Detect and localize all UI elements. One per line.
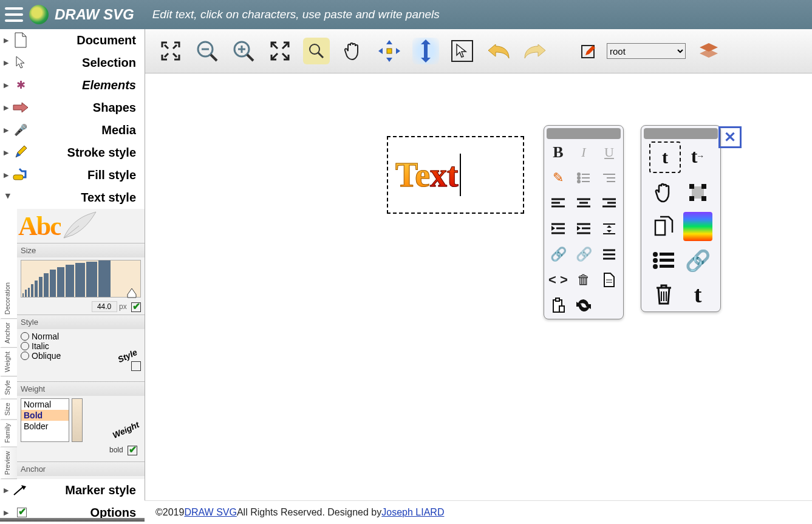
style-italic[interactable]: Italic (21, 341, 141, 351)
zoom-window-button[interactable] (303, 38, 330, 64)
undo-button[interactable] (485, 38, 512, 64)
sidebar: ▶Document ▶Selection ▶✱Elements ▶Shapes … (0, 29, 145, 524)
weight-list[interactable]: Normal Bold Bolder (21, 398, 69, 442)
list-button[interactable] (649, 246, 678, 275)
root-select[interactable]: root (607, 43, 686, 59)
list-bullets-button[interactable] (573, 167, 595, 189)
text-cursor (460, 154, 461, 196)
zoom-in-button[interactable] (230, 38, 257, 64)
tumblr-button[interactable]: t (683, 280, 712, 309)
svg-line-9 (318, 53, 323, 58)
document-icon (12, 32, 29, 49)
weight-scrollbar[interactable] (72, 398, 83, 442)
edit-pencil-button[interactable]: ✎ (547, 167, 569, 189)
svg-point-17 (578, 180, 580, 183)
panel-drag-handle[interactable] (547, 128, 621, 139)
svg-rect-45 (556, 298, 559, 301)
menu-stroke-style[interactable]: ▶Stroke style (0, 141, 145, 164)
footer-brand-link[interactable]: DRAW SVG (184, 507, 237, 518)
italic-button[interactable]: I (573, 141, 595, 163)
list-indent-button[interactable] (598, 167, 620, 189)
menu-shapes[interactable]: ▶Shapes (0, 97, 145, 119)
copy-button[interactable] (649, 212, 678, 241)
align-left-button[interactable] (547, 192, 569, 214)
sidebar-resize-handle[interactable] (0, 518, 145, 522)
menu-fill-style[interactable]: ▶Fill style (0, 164, 145, 186)
document-button[interactable] (598, 269, 620, 291)
redo-button[interactable] (522, 38, 548, 64)
style-section: Style Normal Italic Oblique Style (17, 315, 145, 381)
line-spacing2-button[interactable] (598, 243, 620, 265)
select-cursor-button[interactable] (449, 38, 476, 64)
write-panel[interactable]: t t→ 🔗 t (641, 125, 721, 312)
close-panel-button[interactable]: ✕ (718, 126, 742, 148)
size-apply-checkbox[interactable] (131, 302, 141, 312)
underline-button[interactable]: U (598, 141, 620, 163)
align-right-button[interactable] (598, 192, 620, 214)
layers-button[interactable] (695, 38, 722, 64)
line-spacing-button[interactable] (598, 218, 620, 240)
tab-size[interactable]: Size (0, 399, 17, 420)
size-handle-icon[interactable] (127, 288, 137, 298)
svg-point-51 (653, 252, 658, 257)
anchor-start[interactable]: Start (21, 478, 141, 479)
unlink-button[interactable]: 🔗 (573, 243, 595, 265)
weight-section: Weight Normal Bold Bolder Weight bold (17, 381, 145, 461)
svg-rect-54 (660, 259, 674, 262)
zoom-reset-button[interactable] (267, 38, 293, 64)
text-edit-panel[interactable]: B I U ✎ 🔗 🔗 < > 🗑 (544, 125, 624, 319)
menu-icon[interactable] (5, 7, 23, 22)
indent-button[interactable] (573, 218, 595, 240)
color-button[interactable] (683, 212, 712, 241)
tab-family[interactable]: Family (0, 420, 17, 447)
menu-document[interactable]: ▶Document (0, 29, 145, 52)
app-hint: Edit text, click on characters, use past… (152, 8, 440, 21)
trash2-button[interactable] (649, 280, 678, 309)
align-center-button[interactable] (573, 192, 595, 214)
svg-rect-0 (13, 175, 23, 180)
paste-button[interactable] (547, 294, 569, 316)
size-slider[interactable] (21, 260, 141, 298)
tab-weight[interactable]: Weight (0, 348, 17, 376)
text-flow-button[interactable]: t→ (683, 141, 712, 171)
tab-preview[interactable]: Preview (0, 447, 17, 479)
tab-decoration[interactable]: Decoration (0, 279, 17, 319)
outdent-button[interactable] (547, 218, 569, 240)
style-normal[interactable]: Normal (21, 332, 141, 341)
svg-line-7 (247, 55, 253, 61)
crop-button[interactable] (683, 178, 712, 207)
link2-button[interactable]: 🔗 (683, 246, 712, 275)
code-button[interactable]: < > (547, 269, 569, 291)
menu-media[interactable]: ▶🎤Media (0, 119, 145, 141)
zoom-out-button[interactable] (194, 38, 220, 64)
svg-point-13 (578, 173, 580, 175)
style-apply-checkbox[interactable] (131, 361, 141, 371)
trash-button[interactable]: 🗑 (573, 269, 595, 291)
size-input[interactable] (92, 301, 117, 312)
svg-rect-49 (689, 196, 694, 201)
stretch-vertical-button[interactable] (412, 38, 439, 64)
svg-line-3 (211, 55, 217, 61)
svg-rect-50 (701, 196, 706, 201)
menu-elements[interactable]: ▶✱Elements (0, 74, 145, 97)
menu-selection[interactable]: ▶Selection (0, 52, 145, 74)
text-preview: Abc (17, 209, 145, 243)
bold-button[interactable]: B (547, 141, 569, 163)
refresh-button[interactable] (573, 294, 595, 316)
svg-rect-52 (660, 253, 674, 256)
panel-drag-handle[interactable] (644, 128, 718, 139)
menu-marker-style[interactable]: ▶Marker style (0, 479, 145, 502)
footer-author-link[interactable]: Joseph LIARD (381, 507, 444, 518)
link-button[interactable]: 🔗 (547, 243, 569, 265)
move-button[interactable] (376, 38, 403, 64)
weight-apply-checkbox[interactable] (128, 446, 137, 455)
text-object[interactable]: Text (387, 136, 524, 214)
tab-style[interactable]: Style (0, 376, 17, 399)
edit-button[interactable] (580, 38, 597, 64)
fit-screen-button[interactable] (157, 38, 184, 64)
pan-button[interactable] (339, 38, 366, 64)
text-box-button[interactable]: t (649, 141, 681, 173)
hand-button[interactable] (649, 178, 678, 207)
menu-text-style[interactable]: ▶Text style (0, 186, 145, 209)
tab-anchor[interactable]: Anchor (0, 319, 17, 348)
